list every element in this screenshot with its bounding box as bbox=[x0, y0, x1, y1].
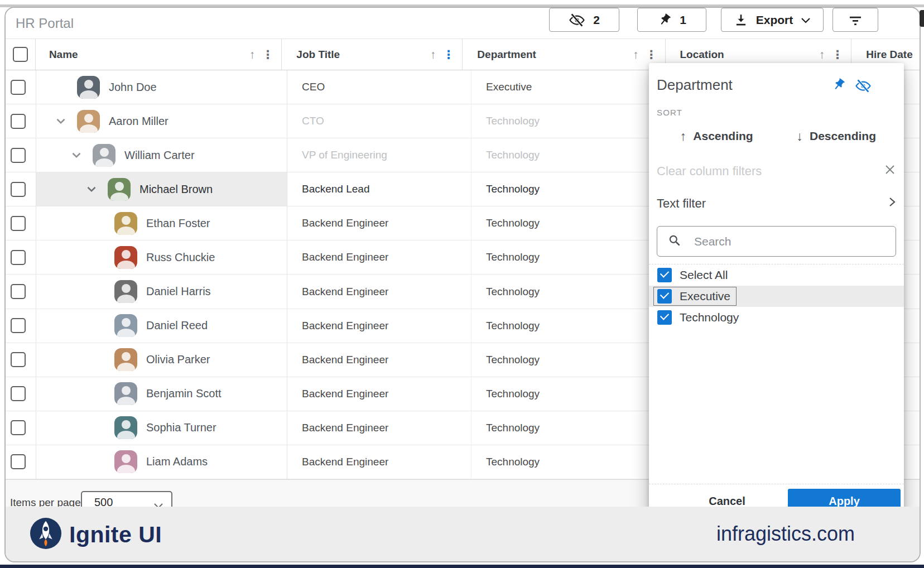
row-checkbox-cell[interactable] bbox=[6, 275, 36, 308]
department-cell: Technology bbox=[471, 172, 678, 206]
filter-item-executive[interactable]: Executive bbox=[649, 286, 904, 307]
column-header-name[interactable]: Name ↑ ⋮ bbox=[36, 39, 282, 70]
name-cell[interactable]: Liam Adams bbox=[36, 445, 287, 479]
download-icon bbox=[734, 13, 748, 27]
name-cell[interactable]: Olivia Parker bbox=[36, 343, 287, 377]
column-header-job-title[interactable]: Job Title ↑ ⋮ bbox=[282, 39, 463, 70]
row-checkbox[interactable] bbox=[11, 386, 26, 401]
chevron-down-icon bbox=[801, 17, 811, 23]
row-checkbox-cell[interactable] bbox=[6, 377, 36, 411]
row-checkbox-cell[interactable] bbox=[6, 104, 36, 138]
name-cell[interactable]: Michael Brown bbox=[36, 172, 287, 206]
sort-descending-button[interactable]: ↓ Descending bbox=[777, 124, 897, 148]
close-icon[interactable] bbox=[884, 163, 896, 179]
row-checkbox-cell[interactable] bbox=[6, 411, 36, 445]
search-input[interactable] bbox=[694, 235, 862, 248]
department-cell: Technology bbox=[471, 138, 678, 172]
collapse-row-icon[interactable] bbox=[53, 114, 68, 129]
row-checkbox[interactable] bbox=[11, 80, 26, 95]
name-cell[interactable]: Ethan Foster bbox=[36, 206, 287, 240]
job-title-cell: Backend Engineer bbox=[287, 343, 471, 377]
employee-name: Aaron Miller bbox=[109, 115, 169, 128]
filter-search-box[interactable] bbox=[657, 226, 896, 257]
infragistics-link[interactable]: infragistics.com bbox=[716, 522, 855, 546]
sort-asc-icon[interactable]: ↑ bbox=[430, 48, 436, 61]
employee-name: Sophia Turner bbox=[146, 421, 216, 434]
kebab-menu-icon[interactable]: ⋮ bbox=[831, 48, 843, 61]
kebab-menu-icon[interactable]: ⋮ bbox=[646, 48, 657, 61]
row-checkbox[interactable] bbox=[11, 148, 26, 163]
department-cell: Technology bbox=[471, 240, 678, 274]
row-checkbox-cell[interactable] bbox=[6, 70, 36, 104]
kebab-menu-icon-active[interactable]: ⋮ bbox=[442, 48, 454, 61]
filter-item-select-all[interactable]: Select All bbox=[649, 264, 904, 286]
name-cell[interactable]: Russ Chuckie bbox=[36, 240, 287, 274]
department-cell: Technology bbox=[471, 104, 678, 138]
name-cell[interactable]: John Doe bbox=[36, 70, 287, 104]
department-cell: Executive bbox=[471, 70, 678, 104]
row-checkbox-cell[interactable] bbox=[6, 343, 36, 377]
kebab-menu-icon[interactable]: ⋮ bbox=[262, 48, 273, 61]
row-checkbox[interactable] bbox=[11, 216, 26, 231]
collapse-row-icon[interactable] bbox=[84, 182, 99, 197]
department-cell: Technology bbox=[471, 275, 678, 308]
pin-column-icon[interactable] bbox=[831, 78, 846, 94]
job-title-cell: Backend Engineer bbox=[287, 445, 471, 479]
sort-ascending-button[interactable]: ↑ Ascending bbox=[657, 124, 777, 148]
pinned-columns-button[interactable]: 1 bbox=[637, 8, 706, 32]
select-all-rows-checkbox[interactable] bbox=[6, 39, 36, 70]
export-button[interactable]: Export bbox=[721, 8, 824, 32]
pin-icon bbox=[657, 13, 672, 27]
row-checkbox[interactable] bbox=[11, 352, 26, 367]
window-bottom-edge bbox=[0, 565, 924, 568]
employee-name: Ethan Foster bbox=[146, 217, 210, 230]
sort-asc-icon[interactable]: ↑ bbox=[249, 48, 256, 61]
employee-name: John Doe bbox=[109, 81, 157, 94]
filter-item-technology[interactable]: Technology bbox=[649, 307, 904, 328]
advanced-filtering-button[interactable] bbox=[832, 8, 878, 32]
name-cell[interactable]: Daniel Harris bbox=[36, 275, 287, 308]
name-cell[interactable]: Daniel Reed bbox=[36, 309, 287, 343]
clear-column-filters[interactable]: Clear column filters bbox=[657, 160, 896, 182]
column-label: Department bbox=[477, 49, 633, 61]
checkbox-checked-icon[interactable] bbox=[657, 289, 672, 304]
sort-asc-icon[interactable]: ↑ bbox=[633, 48, 639, 61]
department-filter-panel: Department SORT ↑ Ascending ↓ Descending… bbox=[649, 63, 904, 513]
name-cell[interactable]: Aaron Miller bbox=[36, 104, 287, 138]
row-checkbox-cell[interactable] bbox=[6, 172, 36, 206]
row-checkbox-cell[interactable] bbox=[6, 240, 36, 274]
brand-name: Ignite UI bbox=[69, 522, 162, 548]
text-filter-menu-item[interactable]: Text filter bbox=[657, 192, 896, 215]
row-checkbox[interactable] bbox=[11, 182, 26, 197]
row-checkbox[interactable] bbox=[11, 318, 26, 333]
row-checkbox[interactable] bbox=[11, 284, 26, 299]
row-checkbox-cell[interactable] bbox=[6, 445, 36, 479]
row-checkbox-cell[interactable] bbox=[6, 138, 36, 172]
hidden-columns-button[interactable]: 2 bbox=[549, 8, 619, 32]
row-checkbox[interactable] bbox=[11, 250, 26, 265]
checkbox-checked-icon[interactable] bbox=[657, 310, 672, 325]
checkbox-checked-icon[interactable] bbox=[657, 268, 672, 282]
collapse-row-icon[interactable] bbox=[69, 148, 84, 163]
sort-asc-icon[interactable]: ↑ bbox=[819, 48, 825, 61]
name-cell[interactable]: Sophia Turner bbox=[36, 411, 287, 445]
filter-item-label: Technology bbox=[680, 311, 739, 324]
column-header-department[interactable]: Department ↑ ⋮ bbox=[463, 39, 665, 70]
name-cell[interactable]: William Carter bbox=[36, 138, 287, 172]
job-title-cell: Backend Engineer bbox=[287, 275, 471, 308]
hide-column-icon[interactable] bbox=[855, 78, 872, 97]
row-checkbox-cell[interactable] bbox=[6, 206, 36, 240]
row-checkbox[interactable] bbox=[11, 454, 26, 469]
department-cell: Technology bbox=[471, 343, 678, 377]
row-checkbox[interactable] bbox=[11, 114, 26, 129]
row-checkbox[interactable] bbox=[11, 420, 26, 435]
column-label: Job Title bbox=[296, 49, 430, 61]
app-card: HR Portal 2 1 Export bbox=[4, 7, 921, 562]
employee-name: Benjamin Scott bbox=[146, 387, 222, 400]
column-label: Hire Date bbox=[866, 49, 912, 61]
ascending-label: Ascending bbox=[693, 129, 753, 143]
employee-name: Russ Chuckie bbox=[146, 251, 215, 264]
job-title-cell: CTO bbox=[287, 104, 471, 138]
name-cell[interactable]: Benjamin Scott bbox=[36, 377, 287, 411]
row-checkbox-cell[interactable] bbox=[6, 309, 36, 343]
